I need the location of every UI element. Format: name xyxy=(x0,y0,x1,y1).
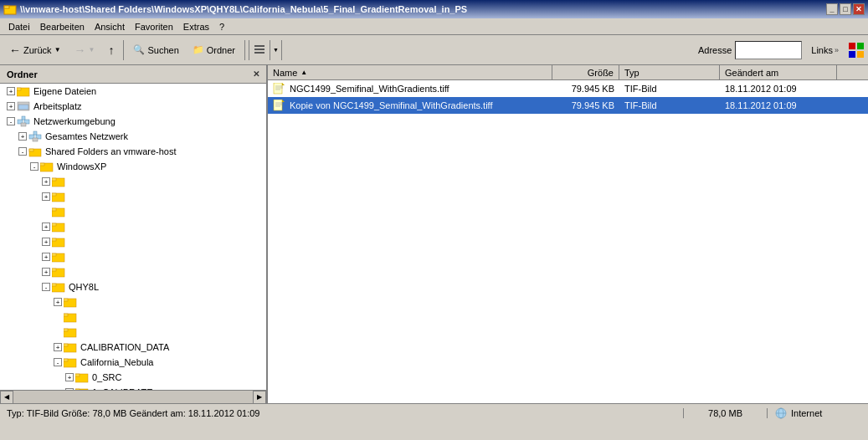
tree-item-sub7[interactable]: + xyxy=(0,264,266,279)
expand-qhy8l-sub1[interactable]: + xyxy=(54,298,62,306)
col-header-type[interactable]: Typ xyxy=(619,65,720,80)
menu-bar: Datei Bearbeiten Ansicht Favoriten Extra… xyxy=(0,18,868,35)
expand-0-src[interactable]: + xyxy=(65,373,74,381)
folder-button[interactable]: 📁 Ordner xyxy=(187,38,241,62)
tree-item-netzwerk[interactable]: - Netzwerkumgebung xyxy=(0,114,266,129)
svg-rect-30 xyxy=(52,208,56,211)
address-box[interactable] xyxy=(735,41,802,59)
close-button[interactable]: ✕ xyxy=(853,3,865,15)
tree-item-sub3[interactable] xyxy=(0,204,266,219)
status-bar: Typ: TIF-Bild Größe: 78,0 MB Geändert am… xyxy=(0,403,868,422)
svg-rect-57 xyxy=(274,83,282,94)
folder-icon-sub4 xyxy=(52,221,65,233)
address-label-text: Adresse xyxy=(698,45,732,55)
expand-windowsxp[interactable]: - xyxy=(30,162,39,171)
tree-label-eigene: Eigene Dateien xyxy=(33,86,96,96)
menu-extras[interactable]: Extras xyxy=(178,20,214,33)
svg-rect-3 xyxy=(254,49,265,50)
hscroll-right-btn[interactable]: ▶ xyxy=(253,391,266,404)
tree-item-california-nebula[interactable]: - California_Nebula xyxy=(0,355,266,370)
expand-sub4[interactable]: + xyxy=(42,223,50,231)
tree-item-eigene-dateien[interactable]: + Eigene Dateien xyxy=(0,84,266,99)
svg-rect-6 xyxy=(857,43,864,49)
tree-item-0-src[interactable]: + 0_SRC xyxy=(0,370,266,385)
file-panel: Name ▲ Größe Typ Geändert am xyxy=(268,65,868,403)
links-button[interactable]: Links » xyxy=(805,41,845,59)
tree-item-arbeitsplatz[interactable]: + Arbeitsplatz xyxy=(0,99,266,114)
tree-item-sub2[interactable]: + xyxy=(0,189,266,204)
svg-rect-20 xyxy=(33,131,37,135)
svg-rect-48 xyxy=(64,344,68,346)
tree-label-windowsxp: WindowsXP xyxy=(57,161,106,171)
tree-item-sub6[interactable]: + xyxy=(0,249,266,264)
forward-button[interactable]: → ▼ xyxy=(69,38,101,62)
tree-label-calibration-data: CALIBRATION_DATA xyxy=(80,342,169,352)
expand-sub7[interactable]: + xyxy=(42,268,50,276)
tree-item-sub4[interactable]: + xyxy=(0,219,266,234)
svg-rect-50 xyxy=(64,359,68,361)
expand-sub2[interactable]: + xyxy=(42,192,50,201)
expand-qhy8l[interactable]: - xyxy=(42,283,50,291)
col-header-name[interactable]: Name ▲ xyxy=(268,65,552,80)
view-details-button[interactable] xyxy=(249,40,270,60)
back-button[interactable]: ← Zurück ▼ xyxy=(3,38,67,62)
svg-rect-36 xyxy=(52,253,56,256)
view-button-group: ▼ xyxy=(249,40,282,60)
folder-panel-hscroll[interactable]: ◀ ▶ xyxy=(0,390,266,403)
expand-netzwerk[interactable]: - xyxy=(7,117,15,125)
view-dropdown-button[interactable]: ▼ xyxy=(270,40,281,60)
expand-eigene-dateien[interactable]: + xyxy=(7,87,15,95)
expand-calibration-data[interactable]: + xyxy=(54,343,62,351)
menu-help[interactable]: ? xyxy=(214,20,229,33)
folder-tree[interactable]: + Eigene Dateien + Arbeitsplatz - xyxy=(0,84,266,390)
hscroll-track xyxy=(13,391,253,404)
expand-sub1[interactable]: + xyxy=(42,177,50,186)
menu-favoriten[interactable]: Favoriten xyxy=(130,20,178,33)
col-header-size[interactable]: Größe xyxy=(552,65,619,80)
menu-bearbeiten[interactable]: Bearbeiten xyxy=(35,20,90,33)
tree-item-calibration-data[interactable]: + CALIBRATION_DATA xyxy=(0,340,266,355)
tree-item-windowsxp[interactable]: - WindowsXP xyxy=(0,159,266,174)
svg-rect-28 xyxy=(52,193,56,196)
expand-california-nebula[interactable]: - xyxy=(54,358,62,366)
up-button[interactable]: ↑ xyxy=(102,38,120,62)
file-row-1[interactable]: NGC1499_Semifinal_WithGradients.tiff 79.… xyxy=(268,80,868,97)
tree-item-gesamtes-netzwerk[interactable]: + Gesamtes Netzwerk xyxy=(0,129,266,144)
folder-icon-sub2 xyxy=(52,191,65,202)
maximize-button[interactable]: □ xyxy=(840,3,851,15)
menu-ansicht[interactable]: Ansicht xyxy=(90,20,130,33)
svg-rect-26 xyxy=(52,178,56,181)
folder-panel-close[interactable]: ✕ xyxy=(253,69,259,79)
hscroll-left-btn[interactable]: ◀ xyxy=(0,391,13,404)
file-name-1: NGC1499_Semifinal_WithGradients.tiff xyxy=(268,80,552,97)
expand-sub6[interactable]: + xyxy=(42,253,50,261)
file-row-2[interactable]: Kopie von NGC1499_Semifinal_WithGradient… xyxy=(268,97,868,114)
links-label: Links xyxy=(811,45,833,55)
folder-icon-sub6 xyxy=(52,251,65,263)
tree-label-california-nebula: California_Nebula xyxy=(80,357,153,367)
expand-gesamtes-netzwerk[interactable]: + xyxy=(18,132,27,141)
file-size-2: 79.945 KB xyxy=(552,97,619,114)
tree-item-qhy8l[interactable]: - QHY8L xyxy=(0,279,266,294)
menu-datei[interactable]: Datei xyxy=(3,20,35,33)
tree-item-shared-folders[interactable]: - Shared Folders an vmware-host xyxy=(0,144,266,159)
expand-shared-folders[interactable]: - xyxy=(18,147,27,156)
expand-arbeitsplatz[interactable]: + xyxy=(7,102,15,110)
minimize-button[interactable]: _ xyxy=(826,3,838,15)
tree-label-shared-folders: Shared Folders an vmware-host xyxy=(45,146,177,156)
file-list[interactable]: NGC1499_Semifinal_WithGradients.tiff 79.… xyxy=(268,80,868,403)
file-list-header: Name ▲ Größe Typ Geändert am xyxy=(268,65,868,80)
tree-item-sub1[interactable]: + xyxy=(0,174,266,189)
tree-item-qhy8l-sub2[interactable] xyxy=(0,310,266,325)
tree-item-qhy8l-sub1[interactable]: + xyxy=(0,294,266,310)
folder-icon-0-src xyxy=(75,371,89,383)
col-header-date[interactable]: Geändert am xyxy=(720,65,837,80)
svg-rect-2 xyxy=(254,45,265,47)
folder-panel-header: Ordner ✕ xyxy=(0,65,266,84)
folder-icon-sub3 xyxy=(52,206,65,217)
tree-item-sub5[interactable]: + xyxy=(0,234,266,249)
search-button[interactable]: 🔍 Suchen xyxy=(127,38,184,62)
tree-label-netzwerk: Netzwerkumgebung xyxy=(33,116,116,126)
tree-item-qhy8l-sub3[interactable] xyxy=(0,325,266,340)
expand-sub5[interactable]: + xyxy=(42,238,50,246)
